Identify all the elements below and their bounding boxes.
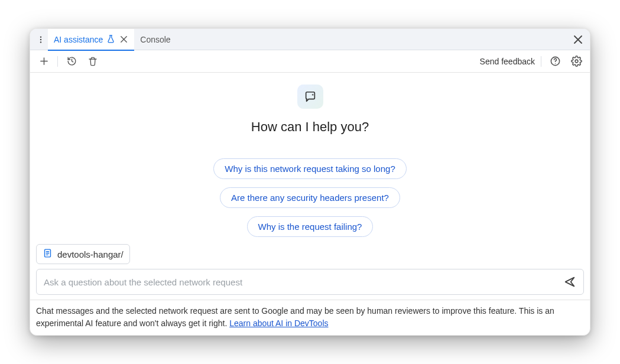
send-icon [564, 276, 576, 288]
help-icon [550, 56, 561, 67]
toolbar: Send feedback [30, 50, 590, 73]
new-chat-button[interactable] [36, 54, 51, 69]
ai-chat-icon [304, 90, 317, 103]
delete-button[interactable] [85, 54, 100, 69]
flask-icon [106, 34, 115, 45]
svg-point-2 [40, 41, 41, 43]
close-panel-button[interactable] [570, 31, 586, 48]
suggestion-chip[interactable]: Why is this network request taking so lo… [213, 158, 406, 179]
tab-ai-assistance[interactable]: AI assistance [48, 29, 134, 50]
help-button[interactable] [547, 54, 563, 69]
send-feedback-link[interactable]: Send feedback [480, 57, 535, 66]
gear-icon [571, 56, 582, 67]
learn-more-link[interactable]: Learn about AI in DevTools [229, 318, 328, 328]
tab-label: AI assistance [54, 35, 103, 44]
svg-point-1 [40, 38, 41, 40]
bottom-area: devtools-hangar/ [30, 237, 590, 300]
devtools-panel: AI assistance Console Send feedback [30, 28, 590, 336]
svg-point-4 [554, 63, 555, 64]
more-vertical-icon [37, 35, 45, 44]
close-icon [574, 35, 582, 44]
disclaimer-footer: Chat messages and the selected network r… [30, 300, 590, 335]
close-icon [121, 36, 127, 43]
prompt-input-row [36, 269, 584, 295]
context-label: devtools-hangar/ [57, 249, 124, 259]
divider [57, 56, 58, 67]
plus-icon [40, 57, 48, 66]
context-pill[interactable]: devtools-hangar/ [36, 244, 130, 264]
ai-badge [297, 84, 323, 109]
suggestion-chip[interactable]: Are there any security headers present? [220, 187, 400, 208]
svg-point-0 [40, 36, 41, 37]
history-button[interactable] [64, 54, 79, 69]
kebab-menu-button[interactable] [34, 32, 48, 47]
main-content: How can I help you? Why is this network … [30, 73, 590, 237]
prompt-input[interactable] [44, 277, 556, 287]
close-tab-button[interactable] [119, 35, 128, 44]
tab-console[interactable]: Console [134, 29, 176, 50]
send-button[interactable] [561, 273, 579, 291]
suggestion-list: Why is this network request taking so lo… [213, 158, 406, 237]
document-icon [43, 248, 53, 260]
tab-label: Console [140, 35, 170, 44]
history-icon [67, 56, 77, 66]
settings-button[interactable] [569, 54, 584, 69]
trash-icon [88, 57, 98, 66]
suggestion-chip[interactable]: Why is the request failing? [247, 216, 374, 237]
greeting-heading: How can I help you? [251, 119, 369, 135]
svg-point-5 [575, 60, 578, 63]
divider [541, 56, 541, 67]
tab-strip: AI assistance Console [30, 29, 590, 50]
